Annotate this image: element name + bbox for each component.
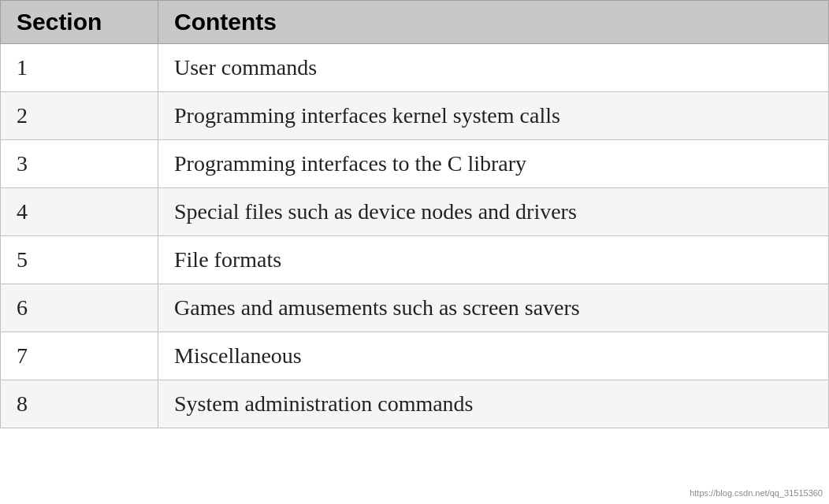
section-contents: Programming interfaces to the C library — [158, 140, 829, 188]
table-row: 6Games and amusements such as screen sav… — [1, 284, 829, 332]
section-number: 5 — [1, 236, 158, 284]
section-contents: Special files such as device nodes and d… — [158, 188, 829, 236]
table-header-row: Section Contents — [1, 1, 829, 44]
table-row: 5File formats — [1, 236, 829, 284]
section-number: 3 — [1, 140, 158, 188]
watermark-text: https://blog.csdn.net/qq_31515360 — [690, 488, 823, 498]
section-contents: File formats — [158, 236, 829, 284]
table-row: 7Miscellaneous — [1, 332, 829, 380]
section-number: 1 — [1, 44, 158, 92]
table-row: 2Programming interfaces kernel system ca… — [1, 92, 829, 140]
table-row: 1User commands — [1, 44, 829, 92]
section-contents: System administration commands — [158, 380, 829, 428]
section-number: 8 — [1, 380, 158, 428]
sections-table: Section Contents 1User commands2Programm… — [0, 0, 829, 428]
section-contents: Games and amusements such as screen save… — [158, 284, 829, 332]
table-row: 3Programming interfaces to the C library — [1, 140, 829, 188]
contents-column-header: Contents — [158, 1, 829, 44]
section-column-header: Section — [1, 1, 158, 44]
section-contents: Programming interfaces kernel system cal… — [158, 92, 829, 140]
main-table-container: Section Contents 1User commands2Programm… — [0, 0, 829, 428]
table-row: 8System administration commands — [1, 380, 829, 428]
section-number: 6 — [1, 284, 158, 332]
section-contents: Miscellaneous — [158, 332, 829, 380]
section-number: 2 — [1, 92, 158, 140]
section-number: 7 — [1, 332, 158, 380]
table-row: 4Special files such as device nodes and … — [1, 188, 829, 236]
section-number: 4 — [1, 188, 158, 236]
section-contents: User commands — [158, 44, 829, 92]
